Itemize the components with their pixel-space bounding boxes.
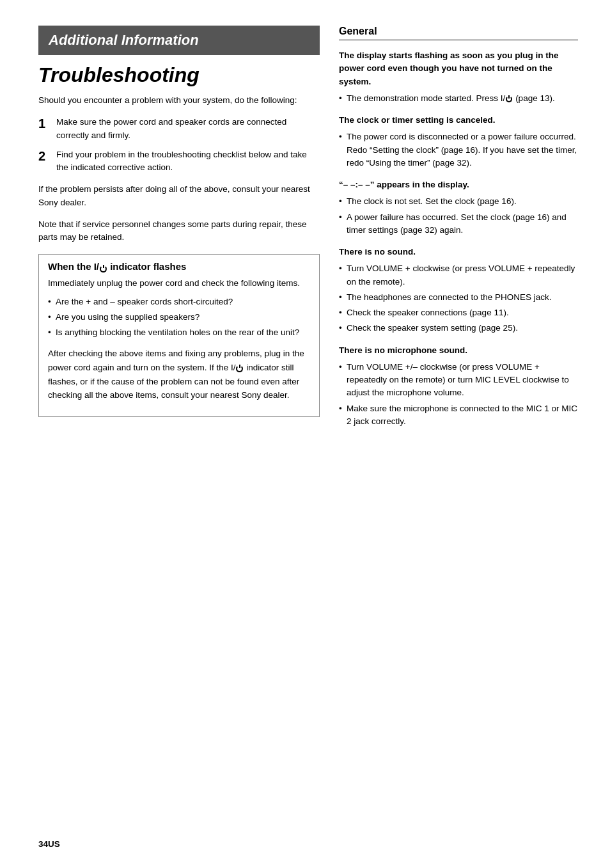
issue-4-bullets: Turn VOLUME +/– clockwise (or press VOLU… <box>339 361 578 428</box>
step-1-text: Make sure the power cord and speaker cor… <box>56 116 320 142</box>
step-2-text: Find your problem in the troubleshooting… <box>56 148 320 175</box>
indicator-box-title: When the I/ indicator flashes <box>48 261 310 272</box>
indicator-items: Are the + and – speaker cords short-circ… <box>48 296 310 340</box>
intro-text: Should you encounter a problem with your… <box>38 94 320 107</box>
issue-dashes-display: “– –:– –” appears in the display. The cl… <box>339 178 578 237</box>
page-number: 34US <box>38 839 60 849</box>
issue-3-bullets: Turn VOLUME + clockwise (or press VOLUME… <box>339 262 578 335</box>
issue-4-bullet-0: Turn VOLUME +/– clockwise (or press VOLU… <box>339 361 578 400</box>
steps-list: 1 Make sure the power cord and speaker c… <box>38 116 320 174</box>
indicator-unplug: Immediately unplug the power cord and ch… <box>48 277 310 290</box>
banner-label: Additional Information <box>49 32 199 48</box>
issue-2-bullet-1: A power failure has occurred. Set the cl… <box>339 211 578 237</box>
issue-3-bullet-2: Check the speaker connections (page 11). <box>339 306 578 319</box>
issue-no-mic-sound: There is no microphone sound. Turn VOLUM… <box>339 344 578 429</box>
issue-2-bullet-0: The clock is not set. Set the clock (pag… <box>339 195 578 208</box>
issue-0-heading: The display starts flashing as soon as y… <box>339 49 578 88</box>
issue-1-bullet-0: The power cord is disconnected or a powe… <box>339 130 578 170</box>
issue-1-bullets: The power cord is disconnected or a powe… <box>339 130 578 170</box>
persist-text: If the problem persists after doing all … <box>38 183 320 209</box>
issue-display-flashing: The display starts flashing as soon as y… <box>339 49 578 105</box>
issue-3-bullet-1: The headphones are connected to the PHON… <box>339 291 578 304</box>
issue-0-bullet-0: The demonstration mode started. Press I/… <box>339 92 578 105</box>
power-icon <box>99 262 107 272</box>
issue-3-heading: There is no sound. <box>339 246 578 258</box>
issue-2-bullets: The clock is not set. Set the clock (pag… <box>339 195 578 237</box>
right-column: General The display starts flashing as s… <box>339 26 578 437</box>
indicator-item-1: Are the + and – speaker cords short-circ… <box>48 296 310 308</box>
issue-no-sound: There is no sound. Turn VOLUME + clockwi… <box>339 246 578 335</box>
additional-info-banner: Additional Information <box>38 26 320 55</box>
issue-0-bullets: The demonstration mode started. Press I/… <box>339 92 578 105</box>
issue-1-heading: The clock or timer setting is canceled. <box>339 114 578 127</box>
indicator-after: After checking the above items and fixin… <box>48 347 310 402</box>
issue-2-heading: “– –:– –” appears in the display. <box>339 178 578 191</box>
section-title-general: General <box>339 26 578 40</box>
indicator-title-text: When the I/ <box>48 261 99 272</box>
step-2-num: 2 <box>38 148 51 175</box>
indicator-title-suffix: indicator flashes <box>107 261 186 272</box>
indicator-box: When the I/ indicator flashes Immediatel… <box>38 254 320 416</box>
troubleshooting-heading: Troubleshooting <box>38 64 320 86</box>
indicator-item-3: Is anything blocking the ventilation hol… <box>48 326 310 339</box>
step-1-num: 1 <box>38 116 51 142</box>
issue-3-bullet-0: Turn VOLUME + clockwise (or press VOLUME… <box>339 262 578 288</box>
power-icon-2 <box>235 363 244 372</box>
issue-4-heading: There is no microphone sound. <box>339 344 578 357</box>
step-1: 1 Make sure the power cord and speaker c… <box>38 116 320 142</box>
issue-4-bullet-1: Make sure the microphone is connected to… <box>339 402 578 429</box>
issue-3-bullet-3: Check the speaker system setting (page 2… <box>339 322 578 335</box>
indicator-item-2: Are you using the supplied speakers? <box>48 311 310 324</box>
page: Additional Information Troubleshooting S… <box>0 0 610 462</box>
step-2: 2 Find your problem in the troubleshooti… <box>38 148 320 175</box>
left-column: Additional Information Troubleshooting S… <box>38 26 320 437</box>
note-text: Note that if service personnel changes s… <box>38 218 320 244</box>
issue-clock-canceled: The clock or timer setting is canceled. … <box>339 114 578 170</box>
